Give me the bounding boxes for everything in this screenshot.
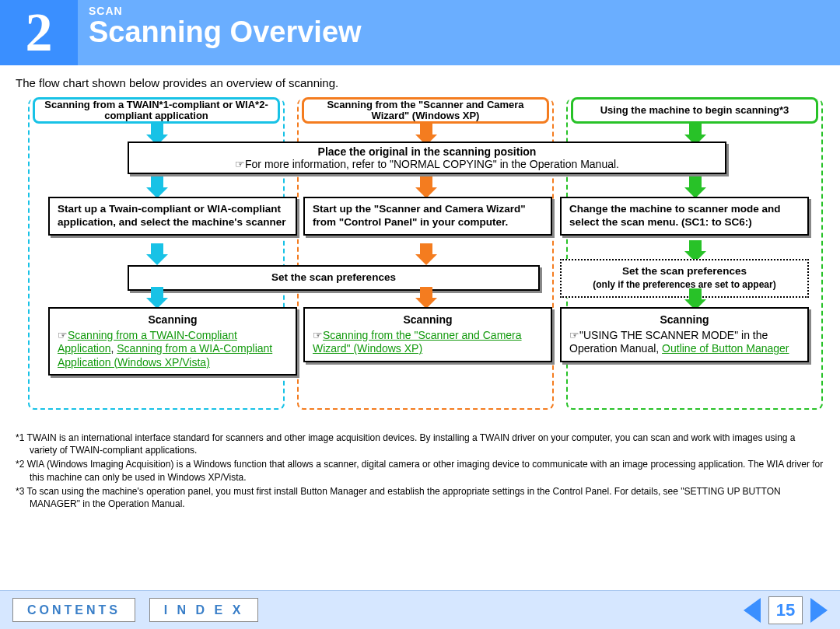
place-original-box: Place the original in the scanning posit… [128, 142, 726, 174]
chapter-number: 2 [0, 0, 78, 65]
footer-left: CONTENTS I N D E X [12, 603, 269, 617]
hand-icon: ☞ [313, 330, 323, 341]
page-root: 2 SCAN Scanning Overview The flow chart … [0, 0, 840, 629]
col2-header: Scanning from the "Scanner and Camera Wi… [302, 97, 549, 124]
content-area: The flow chart shown below provides an o… [0, 65, 840, 425]
page-title: Scanning Overview [89, 16, 362, 49]
col1-header: Scanning from a TWAIN*1-compliant or WIA… [33, 97, 280, 124]
next-page-icon[interactable] [810, 598, 828, 623]
set-prefs-title: Set the scan preferences [622, 265, 747, 277]
scan-box-1: Scanning ☞Scanning from a TWAIN-Complian… [48, 307, 297, 376]
arrow-down-icon [146, 287, 168, 309]
place-title: Place the original in the scanning posit… [318, 145, 537, 158]
scan-box-2: Scanning ☞Scanning from the "Scanner and… [303, 307, 552, 362]
page-number: 15 [768, 596, 803, 624]
col3-header: Using the machine to begin scanning*3 [571, 97, 818, 124]
contents-button[interactable]: CONTENTS [12, 598, 135, 622]
intro-text: The flow chart shown below provides an o… [16, 76, 824, 89]
footnote-2: *2 WIA (Windows Imaging Acquisition) is … [16, 458, 824, 483]
step-scanner-mode: Change the machine to scanner mode and s… [560, 197, 809, 236]
page-header: 2 SCAN Scanning Overview [0, 0, 840, 65]
page-nav: 15 [744, 596, 828, 624]
footnote-1: *1 TWAIN is an international interface s… [16, 432, 824, 456]
set-scan-prefs: Set the scan preferences [128, 265, 540, 291]
hand-icon: ☞ [58, 330, 68, 341]
footer-bar: CONTENTS I N D E X 15 [0, 590, 840, 629]
link-wizard[interactable]: Scanning from the "Scanner and Camera Wi… [313, 329, 522, 355]
index-button[interactable]: I N D E X [149, 598, 259, 622]
arrow-down-icon [415, 176, 437, 198]
scan-title: Scanning [569, 313, 800, 327]
prev-page-icon[interactable] [744, 598, 761, 623]
arrow-down-icon [146, 176, 168, 198]
footnotes: *1 TWAIN is an international interface s… [0, 425, 840, 510]
scan-title: Scanning [313, 313, 543, 327]
arrow-down-icon [415, 243, 437, 265]
step-start-twain: Start up a Twain-compliant or WIA-compli… [48, 197, 297, 236]
step-start-wizard: Start up the "Scanner and Camera Wizard"… [303, 197, 552, 236]
arrow-down-icon [146, 243, 168, 265]
link-button-manager[interactable]: Outline of Button Manager [662, 342, 789, 355]
header-text: SCAN Scanning Overview [78, 0, 362, 65]
arrow-down-icon [415, 287, 437, 309]
place-note: ☞For more information, refer to "NORMAL … [235, 158, 619, 170]
scan-title: Scanning [58, 313, 288, 327]
flowchart: Scanning from a TWAIN*1-compliant or WIA… [16, 99, 824, 425]
footnote-3: *3 To scan using the machine's operation… [16, 485, 824, 510]
scan-box-3: Scanning ☞"USING THE SCANNER MODE" in th… [560, 307, 809, 362]
arrow-down-icon [684, 176, 706, 198]
hand-icon: ☞ [569, 330, 579, 341]
